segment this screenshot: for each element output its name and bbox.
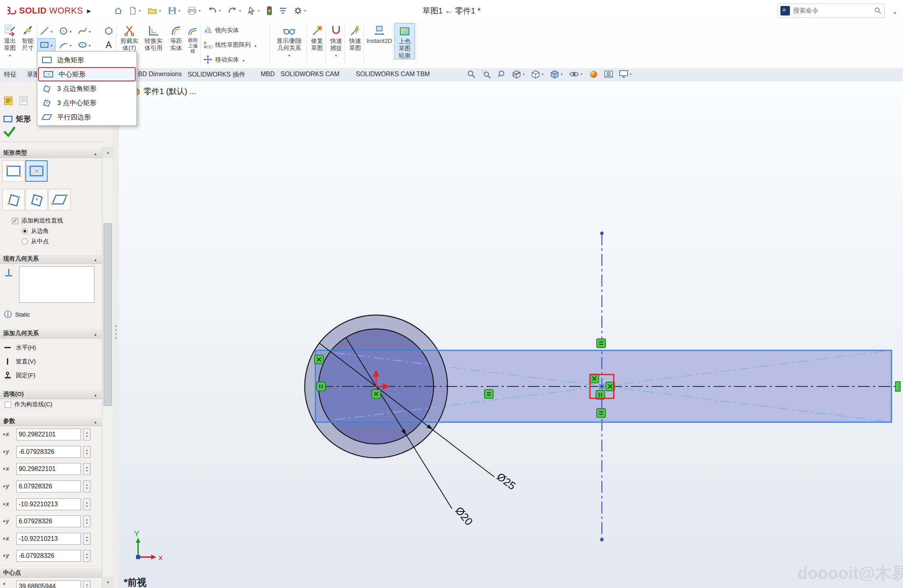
parameter-spinner[interactable] xyxy=(83,515,90,527)
undo-button[interactable] xyxy=(204,3,225,19)
center-point-marker[interactable] xyxy=(598,382,606,390)
section-options[interactable]: 选项(O) xyxy=(0,389,102,399)
collapse-chevron-icon[interactable] xyxy=(94,418,97,425)
section-existing-relations[interactable]: 现有几何关系 xyxy=(0,254,102,264)
parameter-spinner[interactable] xyxy=(83,533,90,545)
print-button[interactable] xyxy=(184,3,204,19)
scrollbar-thumb[interactable] xyxy=(104,223,112,406)
scroll-up-icon[interactable]: ▲ xyxy=(102,147,113,158)
tab-mbd[interactable]: MBD xyxy=(261,71,275,78)
section-view-button[interactable] xyxy=(512,69,525,79)
polygon-tool-button[interactable] xyxy=(102,25,115,37)
sketch-text-button[interactable] xyxy=(102,39,115,51)
save-button[interactable] xyxy=(165,3,184,19)
sketch-scene[interactable]: Ø25 Ø20 xyxy=(119,81,903,588)
collapse-chevron-icon[interactable] xyxy=(94,150,97,156)
view-settings-button[interactable] xyxy=(619,69,632,79)
rapid-sketch-button[interactable]: 快速 草图 xyxy=(346,23,364,52)
edit-appearance-button[interactable] xyxy=(589,69,598,79)
spline-dropdown-icon[interactable] xyxy=(88,27,91,35)
constraint-equal-icon[interactable] xyxy=(597,339,605,348)
parameter-spinner[interactable] xyxy=(83,580,90,588)
offset-entities-button[interactable]: 等距 实体 xyxy=(167,23,186,52)
parameter-input[interactable] xyxy=(16,429,81,440)
parameter-input[interactable] xyxy=(16,550,81,562)
panel-splitter[interactable] xyxy=(113,81,119,588)
linear-pattern-button[interactable]: 线性草图阵列 xyxy=(203,38,257,51)
from-midpoint-radio[interactable] xyxy=(22,238,28,244)
ellipse-dropdown-icon[interactable] xyxy=(88,41,91,48)
scroll-down-icon[interactable]: ▼ xyxy=(102,577,113,588)
collapse-chevron-icon[interactable] xyxy=(94,330,97,337)
search-dropdown-icon[interactable] xyxy=(893,9,897,16)
parameter-spinner[interactable] xyxy=(83,550,90,562)
spline-tool-button[interactable] xyxy=(75,24,94,38)
parameter-spinner[interactable] xyxy=(83,446,90,458)
redo-button[interactable] xyxy=(225,3,245,19)
open-file-button[interactable] xyxy=(144,3,165,19)
view-orientation-button[interactable] xyxy=(531,69,544,79)
options-button[interactable] xyxy=(290,3,310,19)
type-corner-rectangle-button[interactable] xyxy=(2,160,25,182)
search-icon[interactable] xyxy=(874,7,882,15)
instant2d-button[interactable]: Instant2D xyxy=(365,23,394,44)
linear-pattern-dropdown-icon[interactable] xyxy=(253,42,257,48)
shaded-sketch-contours-button[interactable]: 上色 草图 轮廓 xyxy=(394,23,415,60)
relation-horizontal-button[interactable]: 水平(H) xyxy=(3,342,36,354)
menu-item-parallelogram[interactable]: 平行四边形 xyxy=(37,110,136,124)
section-parameters[interactable]: 参数 xyxy=(0,416,102,426)
zoom-area-button[interactable] xyxy=(482,69,491,79)
from-corner-radio-row[interactable]: 从边角 xyxy=(22,227,49,235)
parameter-input[interactable] xyxy=(16,463,81,475)
type-center-rectangle-button[interactable] xyxy=(25,160,48,182)
construction-lines-checkbox-row[interactable]: 添加构造性直线 xyxy=(12,217,63,225)
center-point-input[interactable] xyxy=(16,580,81,588)
exit-sketch-button[interactable]: 退出 草图 xyxy=(1,23,19,60)
circle-tool-button[interactable] xyxy=(56,24,75,38)
line-dropdown-icon[interactable] xyxy=(50,27,53,35)
apply-scene-button[interactable] xyxy=(604,69,613,79)
rebuild-button[interactable] xyxy=(263,3,275,19)
arc-dropdown-icon[interactable] xyxy=(69,41,72,48)
tab-features[interactable]: 特征 xyxy=(4,71,17,79)
graphics-viewport[interactable]: 零件1 (默认) ... Ø25 Ø20 xyxy=(119,81,903,588)
section-add-relations[interactable]: 添加几何关系 xyxy=(0,328,102,338)
from-midpoint-radio-row[interactable]: 从中点 xyxy=(22,238,49,245)
ellipse-tool-button[interactable] xyxy=(75,38,94,52)
rectangle-tool-button[interactable] xyxy=(37,38,56,52)
home-button[interactable] xyxy=(111,3,126,19)
existing-relations-list[interactable] xyxy=(19,266,94,303)
surface-offset-button[interactable]: 曲面 上偏 移 xyxy=(185,23,201,54)
collapse-chevron-icon[interactable] xyxy=(94,391,97,398)
rectangle-dropdown-icon[interactable] xyxy=(50,41,53,48)
constraint-midpoint-icon[interactable] xyxy=(317,382,325,391)
relation-fix-button[interactable]: 固定(F) xyxy=(3,369,35,381)
from-corner-radio[interactable] xyxy=(22,228,28,234)
constraint-intersection-icon[interactable] xyxy=(315,355,323,364)
as-construction-checkbox[interactable] xyxy=(5,402,11,408)
feature-tree-flyout[interactable]: 零件1 (默认) ... xyxy=(131,86,196,97)
circle-dropdown-icon[interactable] xyxy=(69,27,72,35)
centerline-endpoint[interactable] xyxy=(600,538,604,542)
menu-item-corner-rectangle[interactable]: 边角矩形 xyxy=(37,53,136,67)
section-center-point[interactable]: 中心点 xyxy=(0,567,102,578)
line-tool-button[interactable] xyxy=(37,24,56,38)
quick-snaps-button[interactable]: 快速 捕捉 xyxy=(327,23,345,60)
parameter-spinner[interactable] xyxy=(83,463,90,475)
selection-filter-button[interactable] xyxy=(275,3,290,19)
trim-entities-button[interactable]: 剪裁实 体(T) xyxy=(118,23,140,52)
type-parallelogram-button[interactable] xyxy=(48,189,71,210)
property-tab[interactable] xyxy=(2,94,15,108)
centerline-endpoint[interactable] xyxy=(600,232,604,235)
collapse-chevron-icon[interactable] xyxy=(94,256,97,262)
brand-arrow-icon[interactable] xyxy=(85,7,91,14)
move-entities-dropdown-icon[interactable] xyxy=(241,56,245,63)
constraint-equal-icon[interactable] xyxy=(597,409,605,417)
ok-button[interactable] xyxy=(3,126,16,139)
parameter-input[interactable] xyxy=(16,498,81,510)
construction-lines-checkbox[interactable] xyxy=(12,218,18,224)
parameter-input[interactable] xyxy=(16,480,81,492)
as-construction-checkbox-row[interactable]: 作为构造线(C) xyxy=(5,401,52,408)
new-file-button[interactable] xyxy=(126,3,144,19)
menu-item-3point-corner-rectangle[interactable]: 3 点边角矩形 xyxy=(37,81,136,96)
